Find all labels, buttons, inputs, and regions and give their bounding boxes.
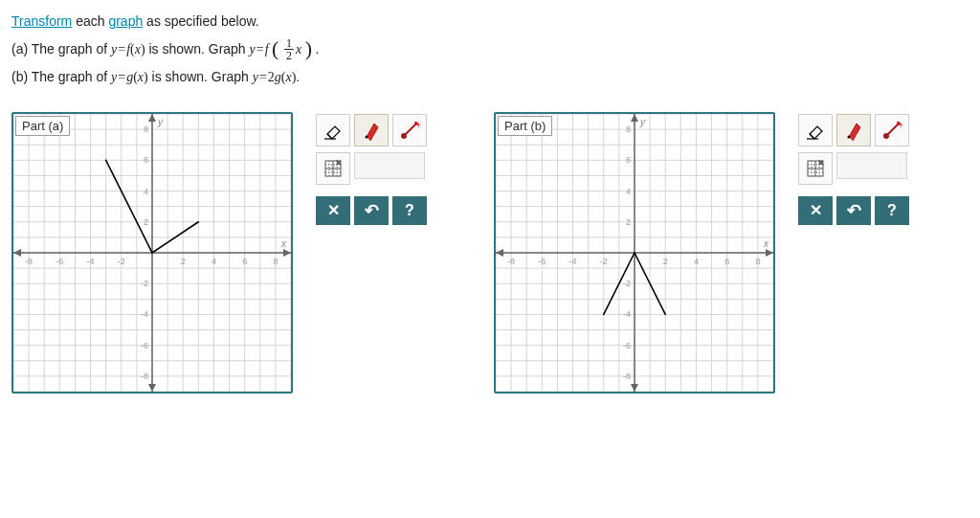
svg-text:2: 2 bbox=[144, 217, 148, 227]
pen-tool[interactable] bbox=[354, 114, 389, 146]
svg-point-63 bbox=[366, 135, 368, 138]
tool-sub-slot[interactable] bbox=[836, 152, 907, 179]
svg-text:8: 8 bbox=[626, 124, 631, 134]
svg-text:6: 6 bbox=[724, 257, 729, 266]
svg-text:6: 6 bbox=[242, 257, 247, 266]
svg-text:×: × bbox=[336, 158, 341, 168]
svg-point-65 bbox=[402, 134, 406, 138]
svg-text:-4: -4 bbox=[623, 309, 631, 319]
line-b: (b) The graph of y=g(x) is shown. Graph … bbox=[11, 69, 969, 85]
svg-text:-8: -8 bbox=[507, 257, 515, 266]
svg-text:4: 4 bbox=[212, 257, 216, 266]
svg-text:6: 6 bbox=[626, 155, 631, 165]
part-a-label: Part (a) bbox=[15, 116, 70, 136]
undo-button[interactable]: ↶ bbox=[354, 196, 389, 225]
svg-marker-117 bbox=[631, 114, 638, 122]
part-b-label: Part (b) bbox=[498, 116, 552, 136]
svg-text:-6: -6 bbox=[538, 257, 546, 266]
grid-a-svg: -8-8-6-6-4-4-2-222446688xy bbox=[13, 114, 291, 392]
ray-tool[interactable]: + bbox=[392, 114, 427, 146]
eraser-tool[interactable] bbox=[316, 114, 350, 146]
svg-text:4: 4 bbox=[694, 257, 699, 266]
instructions-block: Transform each graph as specified below.… bbox=[11, 13, 969, 85]
graph-link[interactable]: graph bbox=[108, 13, 143, 29]
svg-text:-2: -2 bbox=[623, 279, 631, 288]
svg-text:-8: -8 bbox=[141, 372, 148, 381]
svg-text:2: 2 bbox=[663, 257, 668, 266]
svg-text:×: × bbox=[818, 158, 823, 168]
clear-button[interactable]: ✕ bbox=[316, 196, 350, 225]
toolbar-a: + × ✕ ↶ ? bbox=[316, 114, 427, 225]
svg-marker-41 bbox=[13, 249, 21, 257]
svg-text:-4: -4 bbox=[141, 309, 148, 319]
svg-marker-43 bbox=[148, 384, 156, 392]
line-a: (a) The graph of y=f(x) is shown. Graph … bbox=[11, 34, 969, 63]
part-b-graph[interactable]: Part (b) -8-8-6-6-4-4-2-222446688xy bbox=[494, 112, 775, 394]
svg-point-138 bbox=[848, 135, 851, 138]
toolbar-b: + × ✕ ↶ ? bbox=[798, 114, 909, 225]
eraser-tool[interactable] bbox=[798, 114, 833, 146]
svg-text:y: y bbox=[639, 117, 646, 127]
svg-text:-4: -4 bbox=[87, 257, 95, 266]
svg-marker-118 bbox=[631, 384, 638, 392]
svg-point-140 bbox=[884, 134, 888, 138]
svg-text:4: 4 bbox=[144, 186, 148, 195]
svg-text:8: 8 bbox=[755, 257, 760, 266]
svg-marker-116 bbox=[496, 249, 503, 257]
svg-text:-6: -6 bbox=[141, 341, 148, 350]
svg-text:-2: -2 bbox=[141, 279, 148, 288]
svg-text:+: + bbox=[899, 121, 903, 130]
clear-button[interactable]: ✕ bbox=[798, 196, 833, 225]
svg-marker-115 bbox=[766, 249, 773, 257]
svg-text:-8: -8 bbox=[25, 257, 33, 266]
svg-text:-6: -6 bbox=[623, 341, 631, 350]
svg-text:+: + bbox=[416, 121, 421, 130]
svg-marker-40 bbox=[283, 249, 291, 257]
svg-marker-42 bbox=[148, 114, 156, 122]
svg-text:6: 6 bbox=[144, 155, 148, 165]
help-button[interactable]: ? bbox=[875, 196, 909, 225]
tool-sub-slot[interactable] bbox=[354, 152, 425, 179]
svg-text:2: 2 bbox=[181, 257, 186, 266]
ray-tool[interactable]: + bbox=[875, 114, 909, 146]
svg-text:8: 8 bbox=[273, 257, 278, 266]
svg-text:x: x bbox=[763, 238, 769, 249]
svg-text:-2: -2 bbox=[600, 257, 608, 266]
undo-button[interactable]: ↶ bbox=[836, 196, 871, 225]
grid-b-svg: -8-8-6-6-4-4-2-222446688xy bbox=[496, 114, 773, 392]
svg-text:-8: -8 bbox=[623, 372, 631, 381]
grid-zoom-tool[interactable]: × bbox=[798, 152, 833, 185]
part-a-graph[interactable]: Part (a) -8-8-6-6-4-4-2-222446688xy bbox=[11, 112, 293, 394]
svg-text:y: y bbox=[157, 117, 164, 127]
svg-text:2: 2 bbox=[626, 217, 631, 227]
pen-tool[interactable] bbox=[836, 114, 871, 146]
grid-zoom-tool[interactable]: × bbox=[316, 152, 350, 185]
transform-link[interactable]: Transform bbox=[11, 13, 72, 29]
svg-text:-6: -6 bbox=[56, 257, 63, 266]
svg-text:4: 4 bbox=[626, 186, 631, 195]
svg-text:-4: -4 bbox=[569, 257, 577, 266]
help-button[interactable]: ? bbox=[392, 196, 427, 225]
svg-text:x: x bbox=[280, 238, 287, 249]
svg-text:-2: -2 bbox=[118, 257, 125, 266]
svg-text:8: 8 bbox=[144, 124, 148, 134]
